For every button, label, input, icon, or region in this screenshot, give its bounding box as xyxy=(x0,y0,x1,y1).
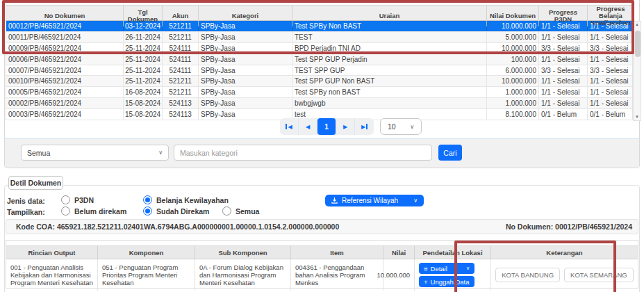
cell: 100.000 xyxy=(487,54,539,65)
table-row[interactable]: 00002/PB/465921/202415-08-2024524113SPBy… xyxy=(6,98,632,109)
cell: 03-12-2024 xyxy=(124,21,163,31)
pagination: ◀ ◀ 1 ▶ ▶ xyxy=(280,118,374,135)
table-row[interactable]: 00006/PB/465921/202425-11-2024524111SPBy… xyxy=(6,54,632,65)
cell: 0/1 - Belum xyxy=(588,109,634,120)
chevron-down-icon: ∨ xyxy=(466,266,470,271)
detail-button[interactable]: ≡ Detail ∨ xyxy=(419,263,474,274)
no-dokumen-value: 00012/PB/465921/2024 xyxy=(555,222,632,231)
cell: 00006/PB/465921/2024 xyxy=(6,54,124,65)
cell: 1/1 - Selesai xyxy=(539,98,588,108)
unggah-data-button[interactable]: + Unggah Data xyxy=(419,276,474,287)
scrollbar-thumb[interactable] xyxy=(635,31,641,57)
current-page-button[interactable]: 1 xyxy=(317,118,336,135)
cell: 1.000.000 xyxy=(487,98,539,108)
cell: 25-11-2024 xyxy=(124,65,163,76)
cell: 524113 xyxy=(163,98,199,108)
pendetailan-lokasi-cell: ≡ Detail ∨ + Unggah Data xyxy=(415,259,491,291)
category-search-input[interactable] xyxy=(174,145,432,161)
cell: 15-08-2024 xyxy=(124,109,163,120)
last-page-button[interactable]: ▶ xyxy=(355,118,374,135)
cell: 00010/PB/465921/2024 xyxy=(6,76,124,86)
cell: 10.000.000 xyxy=(487,43,539,54)
cell: 1/1 - Selesai xyxy=(588,32,634,42)
cell: 15-08-2024 xyxy=(124,98,163,108)
cell: SPBy-Jasa xyxy=(199,98,292,108)
detail-table: Rincian Output Komponen Sub Komponen Ite… xyxy=(6,240,638,289)
radio-semua-label: Semua xyxy=(236,207,259,216)
scroll-down-icon[interactable]: ▼ xyxy=(635,114,639,120)
detail-table-row: 001 - Penguatan Analisis Kebijakan dan H… xyxy=(6,259,638,291)
radio-sudah-direkam[interactable]: Sudah Direkam xyxy=(143,206,209,216)
kode-coa-label: Kode COA: xyxy=(16,222,55,231)
table-row[interactable]: 00010/PB/465921/202425-11-2024521211SPBy… xyxy=(6,76,632,87)
cell: 16-08-2024 xyxy=(124,87,163,97)
cell: 00005/PB/465921/2024 xyxy=(6,87,124,97)
radio-icon xyxy=(222,206,231,216)
table-row[interactable]: 00009/PB/465921/202425-11-2024524111SPBy… xyxy=(6,43,632,54)
cell: SPBy-Jasa xyxy=(199,65,292,76)
table-row[interactable]: 00005/PB/465921/202416-08-2024521211SPBy… xyxy=(6,87,632,98)
referensi-wilayah-label: Referensi Wilayah xyxy=(342,197,398,204)
cell: SPBy-Jasa xyxy=(199,32,292,42)
next-page-button[interactable]: ▶ xyxy=(336,118,355,135)
location-tag-semarang[interactable]: KOTA SEMARANG xyxy=(564,268,634,282)
radio-belanja-kewilayahan[interactable]: Belanja Kewilayahan xyxy=(143,195,229,204)
cell: TEST SPP GUP xyxy=(292,65,487,76)
detail-button-label: Detail xyxy=(431,265,447,273)
cell: 524113 xyxy=(163,109,199,120)
chevron-down-icon: ∨ xyxy=(413,197,418,204)
category-select[interactable]: Semua ∨ xyxy=(21,145,169,161)
radio-semua[interactable]: Semua xyxy=(222,206,259,216)
detail-dokumen-legend: Detil Dokumen xyxy=(8,176,63,190)
table-row-selected[interactable]: 00012/PB/465921/202403-12-2024521211SPBy… xyxy=(6,21,632,32)
vertical-scrollbar[interactable]: ▲ ▼ xyxy=(633,21,641,121)
cell: 1/1 - Selesai xyxy=(539,21,588,31)
prev-page-button[interactable]: ◀ xyxy=(299,118,317,135)
cell: TEST xyxy=(292,32,487,42)
page-size-select[interactable]: 10 ∨ xyxy=(380,118,422,135)
cell: SPBy-Jasa xyxy=(199,109,292,120)
cell: 1/1 - Selesai xyxy=(588,21,634,31)
cell: Test SPP GUP Perjadin xyxy=(292,54,487,65)
cell: SPBy-Jasa xyxy=(199,54,292,65)
radio-belanja-label: Belanja Kewilayahan xyxy=(156,196,229,204)
cell: 00007/PB/465921/2024 xyxy=(6,65,124,76)
search-button[interactable]: Cari xyxy=(438,145,462,161)
table-row[interactable]: 00007/PB/465921/202425-11-2024524111SPBy… xyxy=(6,65,632,76)
cell: SPBy-Jasa xyxy=(199,87,292,97)
document-table: No Dokumen Tgl Dokumen Akun Kategori Ura… xyxy=(6,5,633,120)
col-nilai: Nilai xyxy=(383,246,415,259)
cell: 8.100.000 xyxy=(487,109,539,120)
cell: 524111 xyxy=(163,43,199,54)
table-row[interactable]: 00011/PB/465921/202426-11-2024521211SPBy… xyxy=(6,32,632,43)
col-rincian-output: Rincian Output xyxy=(6,246,98,259)
no-dokumen-label: No Dokumen: xyxy=(506,222,553,231)
document-table-header: No Dokumen Tgl Dokumen Akun Kategori Ura… xyxy=(6,5,633,21)
cell: 25-11-2024 xyxy=(124,43,163,54)
col-item: Item xyxy=(291,246,383,259)
page-size-value: 10 xyxy=(388,122,396,131)
radio-belum-direkam[interactable]: Belum direkam xyxy=(61,206,126,216)
cell: 00011/PB/465921/2024 xyxy=(6,32,124,42)
cell: 10.000.000 xyxy=(487,76,539,86)
cell: Test SPBy non BAST xyxy=(292,87,487,97)
cell: 00012/PB/465921/2024 xyxy=(6,21,124,31)
first-page-button[interactable]: ◀ xyxy=(280,118,299,135)
cell: 00009/PB/465921/2024 xyxy=(6,43,124,54)
cell: 25-11-2024 xyxy=(124,76,163,86)
cell: Test SPBy Non BAST xyxy=(292,21,487,31)
first-page-icon: ◀ xyxy=(288,124,292,130)
scroll-up-icon[interactable]: ▲ xyxy=(635,22,639,28)
col-pendetailan-lokasi: Pendetailan Lokasi xyxy=(415,246,491,259)
cell: 5.000.000 xyxy=(487,32,539,42)
radio-belum-label: Belum direkam xyxy=(74,207,126,216)
cell: 524111 xyxy=(163,65,199,76)
radio-p3dn[interactable]: P3DN xyxy=(61,195,94,204)
cell: 1/1 - Selesai xyxy=(588,87,634,97)
sub-komponen-cell: 0A - Forum Dialog Kebijakan dan Harmonis… xyxy=(195,259,291,291)
referensi-wilayah-button[interactable]: Referensi Wilayah ∨ xyxy=(325,195,424,206)
col-sub-komponen: Sub Komponen xyxy=(195,246,291,259)
location-tag-bandung[interactable]: KOTA BANDUNG xyxy=(495,268,560,282)
coa-bar: Kode COA: 465921.182.521211.02401WA.6794… xyxy=(6,219,638,234)
detail-table-header: Rincian Output Komponen Sub Komponen Ite… xyxy=(6,245,638,259)
